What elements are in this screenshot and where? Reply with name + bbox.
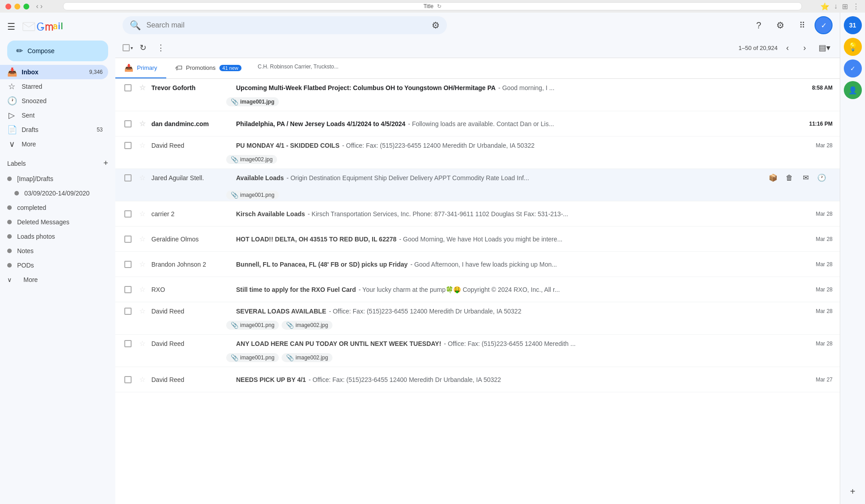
email-row[interactable]: ☆ David Reed NEEDS PICK UP BY 4/1 - Offi… <box>115 367 840 392</box>
tab-primary[interactable]: 📥 Primary <box>115 58 166 78</box>
gmail-logo-svg <box>23 22 35 32</box>
star-icon[interactable]: ☆ <box>139 285 146 294</box>
email-row[interactable]: ☆ Brandon Johnson 2 Bunnell, FL to Panac… <box>115 252 840 277</box>
label-item-imap-drafts[interactable]: [Imap]/Drafts <box>0 172 108 186</box>
sidebar-item-starred[interactable]: ☆ Starred <box>0 79 108 94</box>
back-icon[interactable]: ‹ <box>36 2 38 10</box>
view-options-button[interactable]: ▤▾ <box>816 40 833 56</box>
email-checkbox[interactable] <box>124 261 132 268</box>
star-icon[interactable]: ☆ <box>139 307 146 315</box>
email-checkbox[interactable] <box>124 210 132 218</box>
google-keep-icon[interactable]: 💡 <box>844 38 862 56</box>
star-icon[interactable]: ☆ <box>139 83 146 92</box>
avatar-button[interactable]: ✓ <box>815 16 833 34</box>
search-input[interactable] <box>146 21 426 29</box>
email-content: Still time to apply for the RXO Fuel Car… <box>236 286 800 293</box>
star-icon[interactable]: ☆ <box>139 141 146 150</box>
label-item-notes[interactable]: Notes <box>0 244 108 258</box>
mail-icon: ✉ <box>803 173 809 182</box>
pagination-info: 1–50 of 20,924 <box>738 45 778 51</box>
snooze-button[interactable]: 🕐 <box>815 171 829 185</box>
minimize-button[interactable] <box>14 4 20 9</box>
email-row[interactable]: ☆ David Reed ANY LOAD HERE CAN PU TODAY … <box>115 335 840 367</box>
sidebar-item-drafts[interactable]: 📄 Drafts 53 <box>0 123 108 137</box>
filter-icon[interactable]: ⚙ <box>432 20 440 31</box>
download-icon[interactable]: ↓ <box>834 2 838 10</box>
promotions-badge: 41 new <box>219 65 241 71</box>
google-calendar-icon[interactable]: 31 <box>844 16 862 34</box>
email-checkbox[interactable] <box>124 174 132 182</box>
email-checkbox[interactable] <box>124 286 132 293</box>
email-row[interactable]: ☆ carrier 2 Kirsch Available Loads - Kir… <box>115 201 840 227</box>
attachment-pill: 📎 image001.png <box>226 191 279 200</box>
refresh-icon[interactable]: ↻ <box>437 3 442 9</box>
mark-unread-button[interactable]: ✉ <box>798 171 813 185</box>
select-all-checkbox[interactable] <box>123 44 130 51</box>
select-dropdown-arrow[interactable]: ▾ <box>131 45 133 50</box>
label-item-more[interactable]: ∨ More <box>0 272 108 287</box>
next-page-button[interactable]: › <box>797 40 813 56</box>
forward-icon[interactable]: › <box>40 2 42 10</box>
label-item-completed[interactable]: completed <box>0 200 108 215</box>
star-icon[interactable]: ☆ <box>139 235 146 243</box>
primary-tab-label: Primary <box>137 64 157 71</box>
search-input-wrap[interactable]: 🔍 ⚙ <box>123 16 447 34</box>
hamburger-icon[interactable]: ☰ <box>7 21 15 32</box>
star-icon[interactable]: ☆ <box>139 173 146 182</box>
search-bar: 🔍 ⚙ ? ⚙ ⠿ ✓ <box>115 13 840 38</box>
label-item-deleted-messages[interactable]: Deleted Messages <box>0 215 108 229</box>
email-checkbox[interactable] <box>124 340 132 347</box>
email-content: PU MONDAY 4/1 - SKIDDED COILS - Office: … <box>236 142 800 149</box>
email-row[interactable]: ☆ Geraldine Olmos HOT LOAD!! DELTA, OH 4… <box>115 227 840 252</box>
email-row[interactable]: ☆ David Reed PU MONDAY 4/1 - SKIDDED COI… <box>115 136 840 169</box>
sidebar-item-inbox[interactable]: 📥 Inbox 9,346 <box>0 65 108 79</box>
email-row[interactable]: ☆ Trevor Goforth Upcoming Multi-Week Fla… <box>115 79 840 111</box>
google-tasks-icon[interactable]: ✓ <box>844 59 862 77</box>
star-icon[interactable]: ☆ <box>139 260 146 268</box>
help-button[interactable]: ? <box>750 16 768 34</box>
email-checkbox[interactable] <box>124 376 132 383</box>
label-item-pods[interactable]: PODs <box>0 258 108 272</box>
settings-button[interactable]: ⚙ <box>771 16 789 34</box>
delete-button[interactable]: 🗑 <box>782 171 797 185</box>
sidebar-item-more[interactable]: ∨ More <box>0 137 108 151</box>
refresh-button[interactable]: ↻ <box>135 40 151 56</box>
more-options-button[interactable]: ⋮ <box>153 40 169 56</box>
email-checkbox[interactable] <box>124 142 132 149</box>
url-bar[interactable]: Title ↻ <box>63 2 802 10</box>
archive-button[interactable]: 📦 <box>766 171 780 185</box>
email-row[interactable]: ☆ RXO Still time to apply for the RXO Fu… <box>115 277 840 302</box>
attachment-pill: 📎 image001.jpg <box>226 97 279 106</box>
extension-icon[interactable]: ⊞ <box>842 2 848 11</box>
star-icon[interactable]: ☆ <box>139 119 146 128</box>
email-row[interactable]: ☆ Jared Aguilar Stell. Available Loads -… <box>115 169 840 201</box>
close-button[interactable] <box>5 4 11 9</box>
bookmark-icon[interactable]: ⭐ <box>820 2 829 11</box>
contacts-icon[interactable]: 👤 <box>844 81 862 99</box>
star-icon[interactable]: ☆ <box>139 375 146 384</box>
label-item-date-range[interactable]: 03/09/2020-14/09/2020 <box>0 186 108 200</box>
label-item-loads-photos[interactable]: Loads photos <box>0 229 108 244</box>
add-app-icon[interactable]: + <box>844 482 862 500</box>
email-checkbox[interactable] <box>124 308 132 315</box>
prev-page-button[interactable]: ‹ <box>779 40 796 56</box>
email-content: Upcoming Multi-Week Flatbed Project: Col… <box>236 84 800 91</box>
star-icon[interactable]: ☆ <box>139 209 146 218</box>
menu-icon[interactable]: ⋮ <box>852 2 860 11</box>
compose-button[interactable]: ✏ Compose <box>7 41 108 61</box>
star-icon[interactable]: ☆ <box>139 339 146 348</box>
help-icon: ? <box>756 20 761 31</box>
email-checkbox[interactable] <box>124 236 132 243</box>
tab-promotions[interactable]: 🏷 Promotions 41 new <box>166 58 250 78</box>
sidebar-item-sent[interactable]: ▷ Sent <box>0 108 108 123</box>
email-row[interactable]: ☆ dan dandminc.com Philadelphia, PA / Ne… <box>115 111 840 136</box>
apps-button[interactable]: ⠿ <box>793 16 811 34</box>
sidebar-item-snoozed[interactable]: 🕐 Snoozed <box>0 94 108 108</box>
star-wrap: ☆ <box>137 141 148 150</box>
maximize-button[interactable] <box>23 4 29 9</box>
add-label-icon[interactable]: + <box>103 159 108 168</box>
email-row[interactable]: ☆ David Reed SEVERAL LOADS AVAILABLE - O… <box>115 302 840 335</box>
email-checkbox[interactable] <box>124 120 132 127</box>
email-checkbox[interactable] <box>124 84 132 91</box>
labels-title: Labels <box>7 160 26 167</box>
